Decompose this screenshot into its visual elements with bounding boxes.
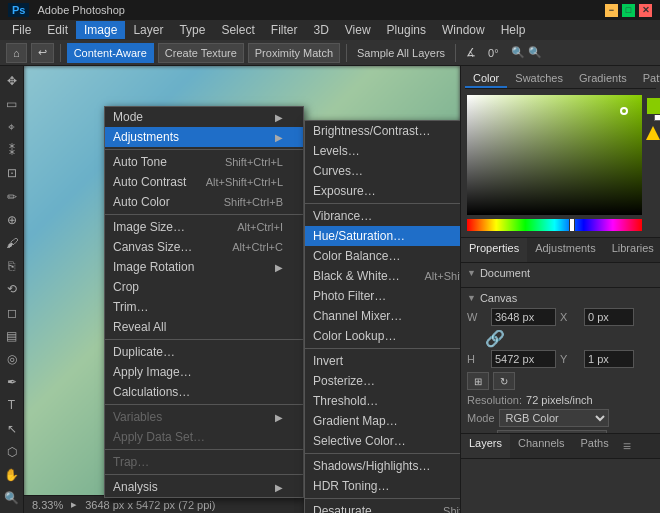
tool-crop[interactable]: ⊡ [1,163,23,184]
adjustments-submenu-dropdown[interactable]: Brightness/Contrast… Levels… Ctrl+L Curv… [304,120,460,513]
adj-channel-mixer[interactable]: Channel Mixer… [305,306,460,326]
menu-image-rotation[interactable]: Image Rotation ▶ [105,257,303,277]
tab-layers[interactable]: Layers [461,434,510,458]
adj-color-balance[interactable]: Color Balance… Ctrl+B [305,246,460,266]
menu-analysis[interactable]: Analysis ▶ [105,477,303,497]
layers-panel-menu[interactable]: ≡ [617,434,637,458]
menu-window[interactable]: Window [434,21,493,39]
tab-color[interactable]: Color [465,70,507,88]
tool-path-select[interactable]: ↖ [1,418,23,439]
canvas-rotate-btn[interactable]: ↻ [493,372,515,390]
height-input[interactable] [491,350,556,368]
tool-zoom[interactable]: 🔍 [1,488,23,509]
tab-properties[interactable]: Properties [461,238,527,262]
menu-auto-color[interactable]: Auto Color Shift+Ctrl+B [105,192,303,212]
adj-color-lookup[interactable]: Color Lookup… [305,326,460,346]
menu-auto-tone[interactable]: Auto Tone Shift+Ctrl+L [105,152,303,172]
tool-healing[interactable]: ⊕ [1,209,23,230]
tab-patterns[interactable]: Patterns [635,70,660,88]
tool-dodge[interactable]: ◎ [1,348,23,369]
canvas-size-btn[interactable]: ⊞ [467,372,489,390]
menu-type[interactable]: Type [171,21,213,39]
tool-text[interactable]: T [1,395,23,416]
adj-hdr-toning[interactable]: HDR Toning… [305,476,460,496]
menu-layer[interactable]: Layer [125,21,171,39]
maximize-button[interactable]: □ [622,4,635,17]
menu-3d[interactable]: 3D [305,21,336,39]
adj-black-white[interactable]: Black & White… Alt+Shift+Ctrl+B [305,266,460,286]
proximity-match-button[interactable]: Proximity Match [248,43,340,63]
menu-duplicate[interactable]: Duplicate… [105,342,303,362]
adj-shadows-highlights[interactable]: Shadows/Highlights… [305,456,460,476]
tool-move[interactable]: ✥ [1,70,23,91]
adj-threshold[interactable]: Threshold… [305,391,460,411]
adj-brightness-contrast[interactable]: Brightness/Contrast… [305,121,460,141]
tab-libraries[interactable]: Libraries [604,238,660,262]
adj-levels[interactable]: Levels… Ctrl+L [305,141,460,161]
minimize-button[interactable]: − [605,4,618,17]
foreground-swatch[interactable] [646,97,660,115]
toolbar-home[interactable]: ⌂ [6,43,27,63]
tool-magic-wand[interactable]: ⁑ [1,140,23,161]
image-menu-dropdown[interactable]: Mode ▶ Adjustments ▶ Auto Tone Shift+Ctr… [104,106,304,498]
y-input[interactable] [584,350,634,368]
menu-select[interactable]: Select [213,21,262,39]
menu-view[interactable]: View [337,21,379,39]
menu-filter[interactable]: Filter [263,21,306,39]
width-input[interactable] [491,308,556,326]
tool-history[interactable]: ⟲ [1,279,23,300]
tool-shape[interactable]: ⬡ [1,441,23,462]
menu-apply-image[interactable]: Apply Image… [105,362,303,382]
tool-lasso[interactable]: ⌖ [1,116,23,137]
menu-auto-contrast[interactable]: Auto Contrast Alt+Shift+Ctrl+L [105,172,303,192]
mode-select[interactable]: RGB Color CMYK Color Grayscale [499,409,609,427]
tool-pen[interactable]: ✒ [1,372,23,393]
menu-image[interactable]: Image [76,21,125,39]
adj-desaturate[interactable]: Desaturate Shift+Ctrl+U [305,501,460,513]
create-texture-button[interactable]: Create Texture [158,43,244,63]
tool-hand[interactable]: ✋ [1,464,23,485]
document-label: Document [480,267,530,279]
menu-edit[interactable]: Edit [39,21,76,39]
color-gradient-picker[interactable] [467,95,642,215]
adj-gradient-map[interactable]: Gradient Map… [305,411,460,431]
link-wh-icon[interactable]: 🔗 [485,329,505,348]
menu-plugins[interactable]: Plugins [379,21,434,39]
tool-eyedropper[interactable]: ✏ [1,186,23,207]
adj-vibrance[interactable]: Vibrance… [305,206,460,226]
hue-slider[interactable] [467,219,642,231]
adj-invert[interactable]: Invert Ctrl+I [305,351,460,371]
tab-adjustments[interactable]: Adjustments [527,238,604,262]
adj-curves[interactable]: Curves… Ctrl+M [305,161,460,181]
menu-crop[interactable]: Crop [105,277,303,297]
tab-gradients[interactable]: Gradients [571,70,635,88]
menu-trim[interactable]: Trim… [105,297,303,317]
menu-help[interactable]: Help [493,21,534,39]
close-button[interactable]: ✕ [639,4,652,17]
main-layout: ✥ ▭ ⌖ ⁑ ⊡ ✏ ⊕ 🖌 ⎘ ⟲ ◻ ▤ ◎ ✒ T ↖ ⬡ ✋ 🔍 8.… [0,66,660,513]
toolbar-back[interactable]: ↩ [31,43,54,63]
menu-reveal-all[interactable]: Reveal All [105,317,303,337]
tool-eraser[interactable]: ◻ [1,302,23,323]
tab-swatches[interactable]: Swatches [507,70,571,88]
tool-brush[interactable]: 🖌 [1,232,23,253]
tab-paths[interactable]: Paths [573,434,617,458]
adj-hue-saturation[interactable]: Hue/Saturation… Ctrl+U [305,226,460,246]
tab-channels[interactable]: Channels [510,434,572,458]
black-white-shortcut: Alt+Shift+Ctrl+B [424,270,460,282]
adj-photo-filter[interactable]: Photo Filter… [305,286,460,306]
x-input[interactable] [584,308,634,326]
adj-posterize[interactable]: Posterize… [305,371,460,391]
tool-gradient[interactable]: ▤ [1,325,23,346]
menu-canvas-size[interactable]: Canvas Size… Alt+Ctrl+C [105,237,303,257]
menu-mode[interactable]: Mode ▶ [105,107,303,127]
adj-exposure[interactable]: Exposure… [305,181,460,201]
content-aware-button[interactable]: Content-Aware [67,43,154,63]
menu-calculations[interactable]: Calculations… [105,382,303,402]
menu-image-size[interactable]: Image Size… Alt+Ctrl+I [105,217,303,237]
tool-select-rect[interactable]: ▭ [1,93,23,114]
menu-adjustments[interactable]: Adjustments ▶ [105,127,303,147]
adj-selective-color[interactable]: Selective Color… [305,431,460,451]
tool-clone[interactable]: ⎘ [1,256,23,277]
menu-file[interactable]: File [4,21,39,39]
